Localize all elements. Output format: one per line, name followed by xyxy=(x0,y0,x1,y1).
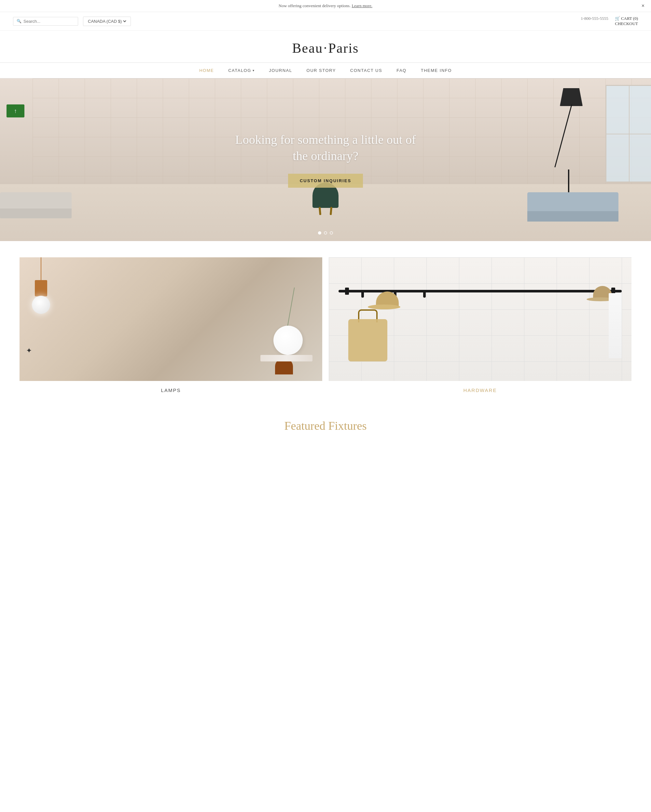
hw-hook-1 xyxy=(361,293,364,298)
nav-item-home[interactable]: HOME xyxy=(192,63,221,78)
category-image-hardware xyxy=(329,257,631,381)
marble-table xyxy=(260,355,312,362)
pendant-bulb xyxy=(32,296,50,314)
announcement-text: Now offering convenient delivery options… xyxy=(279,3,351,8)
nav-item-theme-info[interactable]: THEME INFO xyxy=(414,63,459,78)
lamps-scene-container: ✦ xyxy=(20,257,322,381)
phone-number: 1-800-555-5555 xyxy=(581,16,608,21)
currency-selector[interactable]: CANADA (CAD $) xyxy=(83,17,131,26)
announcement-close-button[interactable]: × xyxy=(642,3,645,9)
category-grid: ✦ LAMPS xyxy=(0,241,651,403)
hero-headline: Looking for something a little out of th… xyxy=(228,132,423,164)
nav-item-our-story[interactable]: OUR STORY xyxy=(300,63,343,78)
utility-left: 🔍 CANADA (CAD $) xyxy=(13,17,131,26)
lamps-scene: ✦ xyxy=(20,257,322,381)
slider-dot-2[interactable] xyxy=(324,231,327,235)
checkout-link[interactable]: CHECKOUT xyxy=(581,21,638,26)
category-card-hardware[interactable]: HARDWARE xyxy=(329,257,631,396)
nav-item-contact-us[interactable]: CONTACT US xyxy=(343,63,389,78)
slider-dot-3[interactable] xyxy=(330,231,333,235)
search-input[interactable] xyxy=(23,19,75,24)
nav-item-faq[interactable]: FAQ xyxy=(389,63,414,78)
hw-bag xyxy=(348,309,387,362)
cart-link[interactable]: 🛒 CART (0) xyxy=(615,16,638,21)
utility-right-group: 1-800-555-5555 🛒 CART (0) CHECKOUT xyxy=(581,16,638,26)
hw-cloth xyxy=(609,293,622,358)
vase-stem xyxy=(287,288,295,326)
nav-item-journal[interactable]: JOURNAL xyxy=(262,63,299,78)
hero-section: ↑ xyxy=(0,78,651,241)
cart-label: CART (0) xyxy=(621,16,638,21)
currency-select[interactable]: CANADA (CAD $) xyxy=(87,18,127,24)
nav-item-catalog[interactable]: CATALOG ▾ xyxy=(221,63,262,78)
hero-overlay: Looking for something a little out of th… xyxy=(0,78,651,241)
hardware-scene xyxy=(329,257,631,381)
slider-dot-1[interactable] xyxy=(318,231,321,235)
category-label-lamps[interactable]: LAMPS xyxy=(20,381,322,396)
hardware-scene-container xyxy=(329,257,631,381)
featured-section: Featured Fixtures xyxy=(0,403,651,439)
pendant-lamp-body xyxy=(35,280,47,296)
logo-section: Beau·Paris xyxy=(0,31,651,63)
main-nav: HOME CATALOG ▾ JOURNAL OUR STORY CONTACT… xyxy=(0,63,651,78)
announcement-bar: Now offering convenient delivery options… xyxy=(0,0,651,12)
category-card-lamps[interactable]: ✦ LAMPS xyxy=(20,257,322,396)
table-objects: ✦ xyxy=(26,346,32,355)
search-icon: 🔍 xyxy=(17,19,21,24)
slider-dots xyxy=(318,231,333,235)
hw-hook-3 xyxy=(423,293,426,298)
category-label-hardware[interactable]: HARDWARE xyxy=(329,381,631,396)
bag-body xyxy=(348,319,387,362)
hero-background: ↑ xyxy=(0,78,651,241)
logo-part2: Paris xyxy=(328,41,359,56)
search-form[interactable]: 🔍 xyxy=(13,17,78,26)
announcement-link[interactable]: Learn more. xyxy=(351,3,372,8)
hw-hat-1 xyxy=(371,290,397,309)
vase-white xyxy=(274,326,303,355)
logo-dot: · xyxy=(324,41,328,56)
pendant-lamp-wire xyxy=(41,257,41,283)
chevron-down-icon: ▾ xyxy=(252,69,255,72)
featured-title: Featured Fixtures xyxy=(0,419,651,433)
hat-brim-1 xyxy=(368,304,400,309)
utility-right: 1-800-555-5555 🛒 CART (0) xyxy=(581,16,638,21)
utility-bar: 🔍 CANADA (CAD $) 1-800-555-5555 🛒 CART (… xyxy=(0,12,651,31)
logo[interactable]: Beau·Paris xyxy=(6,40,645,56)
category-image-lamps: ✦ xyxy=(20,257,322,381)
hero-cta-button[interactable]: CUSTOM INQUIRIES xyxy=(288,174,363,188)
logo-part1: Beau xyxy=(292,41,323,56)
cart-icon: 🛒 xyxy=(615,16,620,21)
